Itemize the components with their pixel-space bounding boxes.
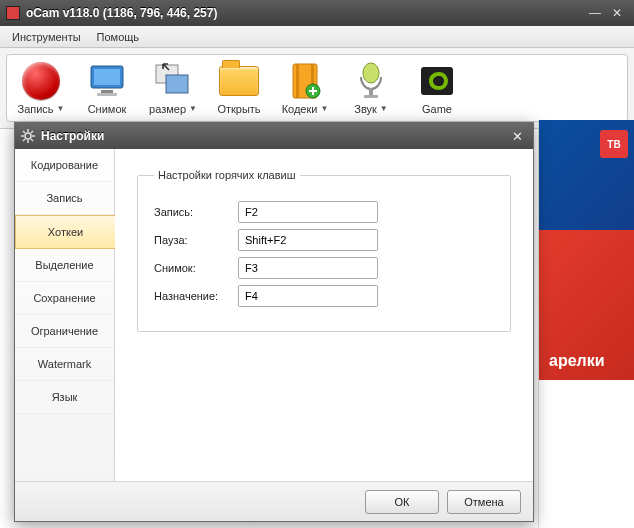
dropdown-arrow-icon: ▼	[57, 104, 65, 113]
row-assign: Назначение: ▲ ▼	[154, 285, 494, 307]
folder-icon	[217, 61, 261, 101]
cancel-button-label: Отмена	[464, 496, 503, 508]
svg-line-21	[23, 139, 25, 141]
tab-lang[interactable]: Язык	[15, 381, 114, 414]
toolbar-open[interactable]: Открыть	[213, 61, 265, 115]
toolbar-capture-label: Снимок	[88, 103, 127, 115]
ad-blue-area: ТВ	[539, 120, 634, 230]
label-pause: Пауза:	[154, 234, 230, 246]
hotkey-capture-field[interactable]	[239, 258, 378, 278]
close-button[interactable]: ✕	[606, 5, 628, 21]
row-pause: Пауза: ▲ ▼	[154, 229, 494, 251]
svg-rect-1	[94, 69, 120, 85]
toolbar-open-label: Открыть	[217, 103, 260, 115]
dropdown-arrow-icon: ▼	[189, 104, 197, 113]
toolbar-sound[interactable]: Звук▼	[345, 61, 397, 115]
svg-line-19	[23, 131, 25, 133]
hotkey-pause-field[interactable]	[239, 230, 378, 250]
svg-line-22	[31, 131, 33, 133]
toolbar-container: Запись▼ Снимок размер▼ Открыть	[0, 48, 634, 129]
codec-icon	[283, 61, 327, 101]
tab-watermark[interactable]: Watermark	[15, 348, 114, 381]
toolbar-game[interactable]: Game	[411, 61, 463, 115]
hotkeys-group: Настройки горячих клавиш Запись: ▲ ▼ П	[137, 169, 511, 332]
main-titlebar: oCam v118.0 (1186, 796, 446, 257) — ✕	[0, 0, 634, 26]
label-capture: Снимок:	[154, 262, 230, 274]
input-capture[interactable]: ▲ ▼	[238, 257, 378, 279]
tab-selection[interactable]: Выделение	[15, 249, 114, 282]
svg-line-20	[31, 139, 33, 141]
dialog-sidebar: Кодирование Запись Хоткеи Выделение Сохр…	[15, 149, 115, 481]
toolbar-resize-label: размер	[149, 103, 186, 115]
dialog-close-button[interactable]: ✕	[507, 127, 527, 145]
ok-button[interactable]: ОК	[365, 490, 439, 514]
dropdown-arrow-icon: ▼	[380, 104, 388, 113]
row-record: Запись: ▲ ▼	[154, 201, 494, 223]
record-icon	[19, 61, 63, 101]
input-assign[interactable]: ▲ ▼	[238, 285, 378, 307]
input-pause[interactable]: ▲ ▼	[238, 229, 378, 251]
tab-limit[interactable]: Ограничение	[15, 315, 114, 348]
toolbar-resize[interactable]: размер▼	[147, 61, 199, 115]
toolbar-sound-label: Звук	[354, 103, 377, 115]
resize-icon	[151, 61, 195, 101]
input-record[interactable]: ▲ ▼	[238, 201, 378, 223]
dialog-title: Настройки	[41, 129, 507, 143]
ad-panel: i ✕ ТВ арелки	[538, 120, 634, 528]
toolbar: Запись▼ Снимок размер▼ Открыть	[6, 54, 628, 122]
toolbar-codecs[interactable]: Кодеки▼	[279, 61, 331, 115]
tab-save[interactable]: Сохранение	[15, 282, 114, 315]
svg-rect-11	[369, 88, 373, 95]
toolbar-codecs-label: Кодеки	[282, 103, 318, 115]
svg-rect-7	[296, 64, 299, 98]
row-capture: Снимок: ▲ ▼	[154, 257, 494, 279]
toolbar-capture[interactable]: Снимок	[81, 61, 133, 115]
window-title: oCam v118.0 (1186, 796, 446, 257)	[26, 6, 584, 20]
dialog-main: Настройки горячих клавиш Запись: ▲ ▼ П	[115, 149, 533, 481]
ok-button-label: ОК	[395, 496, 410, 508]
dialog-footer: ОК Отмена	[15, 481, 533, 521]
minimize-button[interactable]: —	[584, 5, 606, 21]
group-title: Настройки горячих клавиш	[154, 169, 300, 181]
label-assign: Назначение:	[154, 290, 230, 302]
cancel-button[interactable]: Отмена	[447, 490, 521, 514]
toolbar-record[interactable]: Запись▼	[15, 61, 67, 115]
svg-rect-12	[364, 95, 378, 98]
svg-rect-2	[101, 90, 113, 93]
menubar: Инструменты Помощь	[0, 26, 634, 48]
label-record: Запись:	[154, 206, 230, 218]
svg-rect-5	[166, 75, 188, 93]
svg-rect-13	[421, 67, 453, 95]
ad-text: арелки	[549, 352, 605, 370]
ad-red-area: арелки	[539, 230, 634, 380]
hotkey-assign-field[interactable]	[239, 286, 378, 306]
dialog-titlebar: Настройки ✕	[15, 123, 533, 149]
svg-rect-3	[97, 93, 117, 96]
app-icon	[6, 6, 20, 20]
toolbar-game-label: Game	[422, 103, 452, 115]
microphone-icon	[349, 61, 393, 101]
ad-tv-badge: ТВ	[600, 130, 628, 158]
dropdown-arrow-icon: ▼	[320, 104, 328, 113]
menu-tools[interactable]: Инструменты	[4, 29, 89, 45]
gear-icon	[21, 129, 35, 143]
toolbar-record-label: Запись	[17, 103, 53, 115]
tab-record[interactable]: Запись	[15, 182, 114, 215]
hotkey-record-field[interactable]	[239, 202, 378, 222]
dialog-body: Кодирование Запись Хоткеи Выделение Сохр…	[15, 149, 533, 481]
svg-point-10	[363, 63, 379, 83]
menu-help[interactable]: Помощь	[89, 29, 148, 45]
svg-point-14	[25, 133, 31, 139]
settings-dialog: Настройки ✕ Кодирование Запись Хоткеи Вы…	[14, 122, 534, 522]
app-window: oCam v118.0 (1186, 796, 446, 257) — ✕ Ин…	[0, 0, 634, 528]
monitor-icon	[85, 61, 129, 101]
tab-encoding[interactable]: Кодирование	[15, 149, 114, 182]
tab-hotkeys[interactable]: Хоткеи	[15, 215, 115, 249]
nvidia-icon	[415, 61, 459, 101]
